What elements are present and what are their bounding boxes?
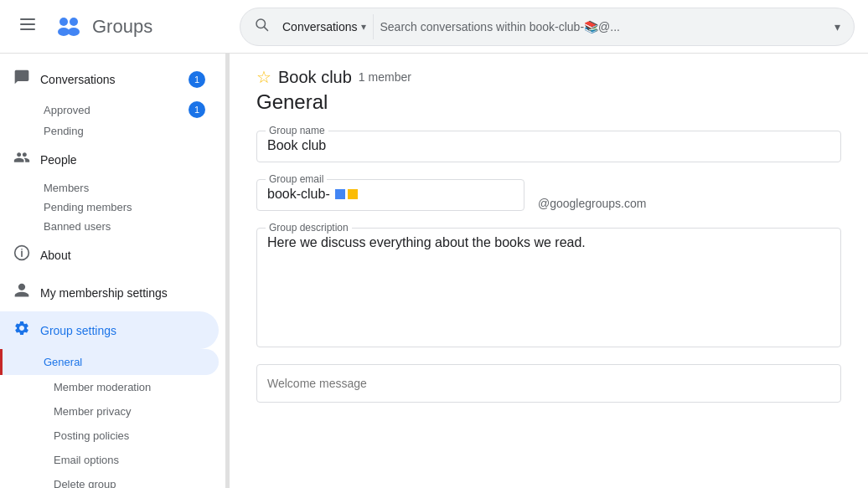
posting-policies-label: Posting policies — [54, 429, 129, 442]
conversations-badge: 1 — [189, 71, 205, 88]
svg-point-11 — [21, 249, 23, 250]
banned-users-label: Banned users — [44, 220, 111, 233]
group-description-label: Group description — [266, 222, 352, 234]
sidebar-general[interactable]: General — [0, 349, 219, 375]
sidebar: Conversations 1 Approved 1 Pending Peopl… — [0, 54, 226, 488]
svg-point-3 — [59, 18, 68, 26]
svg-rect-12 — [335, 189, 345, 199]
svg-rect-13 — [348, 189, 358, 199]
group-email-label: Group email — [266, 173, 327, 185]
member-moderation-label: Member moderation — [54, 381, 151, 393]
svg-point-6 — [68, 28, 80, 36]
group-settings-label: Group settings — [40, 324, 116, 337]
svg-line-8 — [264, 27, 267, 30]
about-icon — [13, 244, 30, 265]
conversations-label: Conversations — [40, 73, 116, 86]
delete-group-label: Delete group — [54, 478, 116, 488]
sidebar-item-people[interactable]: People — [0, 141, 219, 178]
sidebar-email-options[interactable]: Email options — [0, 448, 219, 472]
email-field-wrap: Group email book-club- — [256, 179, 524, 228]
about-label: About — [40, 249, 71, 262]
sidebar-item-about[interactable]: About — [0, 236, 219, 274]
sidebar-pending[interactable]: Pending — [0, 121, 219, 141]
sidebar-members[interactable]: Members — [0, 178, 219, 198]
sidebar-delete-group[interactable]: Delete group — [0, 472, 219, 488]
page-header: ☆ Book club 1 member — [256, 67, 841, 87]
sidebar-posting-policies[interactable]: Posting policies — [0, 424, 219, 448]
member-privacy-label: Member privacy — [54, 405, 131, 418]
search-end-chevron[interactable]: ▾ — [834, 20, 840, 33]
hamburger-icon[interactable] — [13, 10, 42, 43]
search-placeholder: Search conversations within book-club-📚@… — [380, 20, 620, 33]
conversations-icon — [13, 69, 30, 90]
email-domain: @googlegroups.com — [538, 197, 646, 210]
pending-members-label: Pending members — [44, 201, 132, 213]
section-title: General — [256, 90, 841, 114]
groups-logo-icon — [52, 8, 85, 44]
sidebar-pending-members[interactable]: Pending members — [0, 198, 219, 217]
group-title: Book club — [278, 68, 352, 87]
svg-point-4 — [70, 18, 78, 26]
approved-badge: 1 — [189, 101, 205, 118]
group-name-label: Group name — [266, 125, 328, 136]
sidebar-member-moderation[interactable]: Member moderation — [0, 375, 219, 399]
topbar: Groups Conversations ▾ Search conversati… — [0, 0, 868, 54]
sidebar-item-group-settings[interactable]: Group settings — [0, 311, 219, 349]
sidebar-member-privacy[interactable]: Member privacy — [0, 399, 219, 424]
main-layout: Conversations 1 Approved 1 Pending Peopl… — [0, 54, 868, 488]
people-icon — [13, 149, 30, 170]
svg-point-5 — [58, 28, 70, 36]
approved-label: Approved — [44, 104, 90, 116]
members-label: Members — [44, 182, 89, 194]
search-input-area[interactable]: Search conversations within book-club-📚@… — [380, 20, 829, 33]
logo-text: Groups — [92, 16, 152, 38]
email-badge-icons — [335, 189, 358, 199]
group-name-input[interactable] — [267, 138, 830, 153]
svg-rect-1 — [20, 23, 35, 25]
logo-area[interactable]: Groups — [52, 8, 152, 44]
my-membership-label: My membership settings — [40, 286, 168, 300]
search-dropdown[interactable]: Conversations ▾ — [276, 14, 374, 39]
my-membership-icon — [13, 282, 30, 303]
group-email-value: book-club- — [267, 187, 330, 202]
group-description-field: Group description Here we discuss everyt… — [256, 228, 841, 347]
search-icon — [254, 17, 269, 36]
svg-rect-2 — [20, 28, 35, 30]
group-email-row: Group email book-club- @googlegroups.com — [256, 179, 841, 228]
sidebar-approved[interactable]: Approved 1 — [0, 98, 219, 121]
group-email-field: Group email book-club- — [256, 179, 524, 211]
group-description-input[interactable]: Here we discuss everything about the boo… — [267, 235, 830, 336]
sidebar-banned-users[interactable]: Banned users — [0, 217, 219, 236]
group-settings-icon — [13, 320, 30, 341]
general-label: General — [44, 356, 82, 368]
sidebar-item-my-membership[interactable]: My membership settings — [0, 274, 219, 311]
member-count: 1 member — [359, 70, 411, 84]
sidebar-item-conversations[interactable]: Conversations 1 — [0, 60, 219, 98]
pending-label: Pending — [44, 125, 84, 137]
people-label: People — [40, 153, 77, 167]
group-name-field: Group name — [256, 131, 841, 162]
search-bar: Conversations ▾ Search conversations wit… — [240, 8, 855, 46]
topbar-left: Groups — [13, 8, 240, 44]
search-dropdown-chevron: ▾ — [361, 21, 366, 33]
welcome-message-field — [256, 364, 841, 403]
content-area: ☆ Book club 1 member General Group name … — [230, 54, 868, 488]
svg-rect-0 — [20, 18, 35, 20]
welcome-message-input[interactable] — [267, 377, 830, 390]
star-icon[interactable]: ☆ — [256, 67, 271, 87]
search-dropdown-label: Conversations — [282, 20, 358, 33]
email-options-label: Email options — [54, 454, 119, 466]
